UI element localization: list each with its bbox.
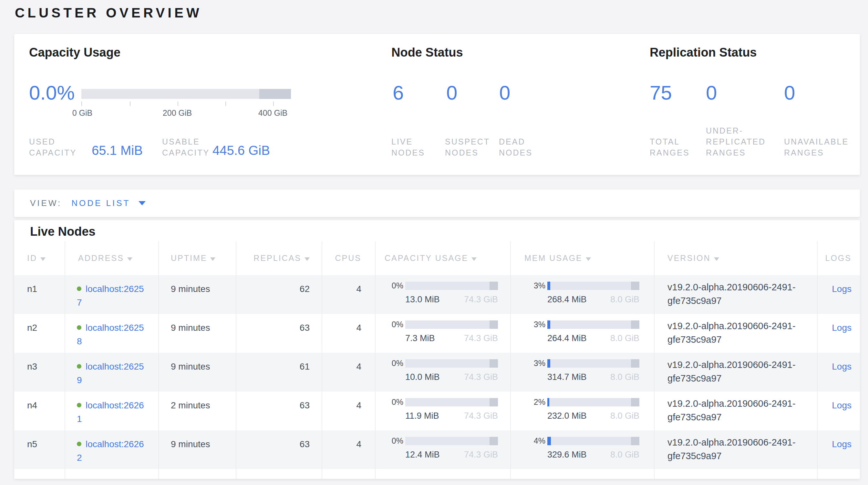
table-row: n4localhost:262612 minutes6340%11.9 MiB7…: [14, 392, 860, 430]
column-header-address[interactable]: ADDRESS: [65, 241, 158, 275]
memory-usage-percent: 3%: [524, 281, 546, 290]
memory-usage-bar-dark-segment: [631, 282, 640, 290]
capacity-usage-percent: 0%: [384, 436, 403, 446]
usable-capacity-value: 445.6 GiB: [213, 143, 270, 158]
memory-total-value: 8.0 GiB: [610, 411, 640, 421]
memory-usage-bar: [547, 359, 640, 368]
version-text: v19.2.0-alpha.20190606-2491-gfe735c9a97: [668, 358, 813, 385]
column-header-uptime[interactable]: UPTIME: [158, 241, 236, 275]
column-header-replicas[interactable]: REPLICAS: [236, 241, 321, 275]
cell-logs: Logs: [817, 353, 860, 392]
node-live-status-dot: [77, 286, 82, 291]
view-dropdown[interactable]: NODE LIST: [71, 198, 146, 208]
cell-replicas: 63: [236, 430, 321, 469]
node-address-link[interactable]: localhost:26259: [77, 362, 144, 385]
memory-usage-percent: 3%: [524, 320, 546, 329]
capacity-usage-bar: [405, 359, 498, 368]
capacity-bar-dark-segment: [259, 89, 291, 99]
cell-replicas: 61: [236, 353, 321, 392]
total-ranges-label: TOTAL RANGES: [650, 136, 690, 158]
cell-empty: [158, 469, 236, 479]
capacity-used-value: 13.0 MiB: [405, 294, 440, 305]
memory-usage-widget: 4%329.6 MiB8.0 GiB: [524, 436, 654, 460]
column-header-id[interactable]: ID: [14, 241, 65, 275]
capacity-bar-track: [82, 89, 291, 99]
version-text: v19.2.0-alpha.20190606-2491-gfe735c9a97: [668, 319, 813, 346]
memory-usage-bar: [547, 282, 640, 290]
cell-uptime: 9 minutes: [158, 430, 236, 469]
memory-total-value: 8.0 GiB: [610, 294, 640, 305]
table-row: n2localhost:262589 minutes6340%7.3 MiB74…: [14, 314, 860, 353]
capacity-usage-bar: [405, 398, 498, 406]
logs-link[interactable]: Logs: [832, 323, 851, 333]
cell-node-id: n2: [14, 314, 65, 353]
cell-node-address: localhost:26259: [65, 353, 158, 392]
axis-label-400gib: 400 GiB: [258, 108, 287, 118]
cell-capacity-usage: 0%11.9 MiB74.3 GiB: [375, 392, 510, 430]
table-row: n5localhost:262629 minutes6340%12.4 MiB7…: [14, 430, 860, 469]
view-selected-value[interactable]: NODE LIST: [71, 198, 130, 208]
node-address-link[interactable]: localhost:26261: [77, 400, 144, 424]
capacity-usage-widget: 0%7.3 MiB74.3 GiB: [384, 320, 510, 343]
total-ranges-count: 75: [650, 81, 672, 104]
node-address-link[interactable]: localhost:26257: [77, 284, 144, 308]
memory-usage-bar-dark-segment: [631, 437, 640, 445]
memory-used-value: 232.0 MiB: [547, 411, 587, 421]
logs-link[interactable]: Logs: [832, 362, 851, 372]
table-title: Live Nodes: [14, 220, 860, 238]
cell-node-id: n5: [14, 430, 65, 469]
cell-logs: Logs: [817, 392, 860, 430]
table-row: n1localhost:262579 minutes6240%13.0 MiB7…: [14, 275, 860, 314]
sort-caret-icon: [210, 257, 215, 261]
column-header-mem-usage[interactable]: MEM USAGE: [510, 241, 654, 275]
memory-usage-percent: 2%: [524, 397, 546, 407]
memory-total-value: 8.0 GiB: [610, 372, 640, 382]
capacity-usage-bar: [405, 320, 498, 329]
memory-usage-bar-fill: [547, 398, 549, 406]
version-text: v19.2.0-alpha.20190606-2491-gfe735c9a97: [668, 397, 813, 424]
under-replicated-ranges-count: 0: [706, 81, 717, 104]
column-header-capacity-usage[interactable]: CAPACITY USAGE: [375, 241, 510, 275]
capacity-total-value: 74.3 GiB: [464, 333, 498, 343]
sort-caret-icon: [40, 257, 45, 261]
memory-used-value: 329.6 MiB: [547, 450, 587, 460]
capacity-usage-widget: 0%13.0 MiB74.3 GiB: [384, 281, 510, 305]
sort-caret-icon: [305, 257, 310, 261]
cell-empty: [654, 469, 817, 479]
column-header-label: REPLICAS: [253, 254, 301, 262]
capacity-usage-bar: 0 GiB 200 GiB 400 GiB: [82, 89, 291, 99]
cell-uptime: 9 minutes: [158, 314, 236, 353]
memory-usage-widget: 3%264.4 MiB8.0 GiB: [524, 320, 654, 343]
cell-uptime: 2 minutes: [158, 392, 236, 430]
logs-link[interactable]: Logs: [832, 400, 851, 410]
cell-mem-usage: 4%329.6 MiB8.0 GiB: [510, 430, 654, 469]
used-capacity-label: USED CAPACITY: [29, 136, 76, 158]
usable-capacity-label: USABLE CAPACITY: [162, 136, 210, 158]
column-header-label: VERSION: [668, 254, 711, 262]
sort-caret-icon: [127, 257, 132, 261]
column-header-label: CPUS: [335, 254, 361, 262]
chevron-down-icon[interactable]: [138, 201, 146, 205]
column-header-logs: LOGS: [817, 241, 860, 275]
axis-label-200gib: 200 GiB: [163, 108, 192, 118]
capacity-total-value: 74.3 GiB: [464, 450, 498, 460]
memory-usage-bar-fill: [547, 437, 551, 445]
view-label: VIEW:: [30, 198, 62, 208]
node-address-link[interactable]: localhost:26258: [77, 323, 144, 346]
memory-usage-widget: 3%268.4 MiB8.0 GiB: [524, 281, 654, 305]
cell-empty: [375, 469, 510, 479]
axis-tick: [82, 102, 82, 106]
capacity-usage-title: Capacity Usage: [29, 46, 120, 59]
cell-mem-usage: 3%264.4 MiB8.0 GiB: [510, 314, 654, 353]
node-address-link[interactable]: localhost:26262: [77, 439, 144, 463]
logs-link[interactable]: Logs: [832, 284, 851, 294]
capacity-usage-widget: 0%11.9 MiB74.3 GiB: [384, 397, 510, 421]
page-title: CLUSTER OVERVIEW: [15, 5, 202, 21]
capacity-usage-widget: 0%10.0 MiB74.3 GiB: [384, 359, 510, 382]
cell-cpus: 4: [321, 314, 375, 353]
column-header-version[interactable]: VERSION: [654, 241, 817, 275]
cell-node-address: localhost:26262: [65, 430, 158, 469]
axis-tick: [178, 102, 178, 106]
logs-link[interactable]: Logs: [832, 439, 851, 449]
memory-usage-bar-dark-segment: [631, 398, 640, 406]
